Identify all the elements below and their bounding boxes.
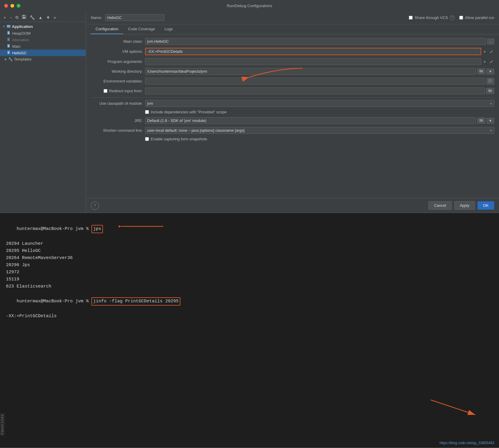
svg-line-27: [431, 400, 475, 415]
svg-rect-22: [479, 119, 481, 120]
shorten-cmd-dropdown-wrapper: user-local default: none – java [options…: [145, 127, 494, 134]
sidebar-item-templates[interactable]: ▶ 🔧 Templates: [0, 56, 86, 62]
sidebar-item-heapoom[interactable]: A HeapOOM: [0, 30, 86, 36]
tab-configuration[interactable]: Configuration: [91, 24, 123, 34]
heapoom-label: HeapOOM: [12, 31, 31, 36]
allocation-icon: A: [7, 37, 11, 42]
main-class-browse-button[interactable]: ...: [487, 39, 494, 45]
env-vars-edit-button[interactable]: [486, 78, 494, 85]
allocation-label: Allocation: [12, 38, 29, 42]
remove-config-button[interactable]: −: [8, 15, 13, 20]
terminal-line-3: 20295 HelloGC: [6, 247, 493, 255]
tab-logs[interactable]: Logs: [160, 24, 177, 34]
share-vcs-checkbox[interactable]: [409, 16, 413, 20]
program-args-input-group: + ⤢: [145, 58, 494, 65]
svg-rect-19: [488, 90, 492, 92]
vm-options-label: VM options:: [91, 49, 143, 54]
minimize-button[interactable]: [10, 4, 14, 8]
sidebar: + − ⧉ 🔧 ▲ ▼ » ▼ Application A HeapOOM: [0, 11, 86, 213]
save-config-button[interactable]: [21, 14, 27, 20]
tab-code-coverage[interactable]: Code Coverage: [123, 24, 160, 34]
main-icon: A: [7, 44, 11, 49]
sidebar-item-hellogc[interactable]: A HelloGC: [0, 50, 86, 56]
working-dir-label: Working directory:: [91, 69, 143, 74]
enable-form-label[interactable]: Enable capturing form snapshots: [145, 137, 207, 141]
name-input[interactable]: [105, 14, 164, 21]
templates-arrow-icon: ▶: [5, 58, 7, 61]
redirect-checkbox[interactable]: [104, 89, 107, 93]
include-deps-checkbox[interactable]: [145, 110, 149, 114]
terminal-line-8: 623 Elasticsearch: [6, 283, 493, 290]
shorten-cmd-dropdown[interactable]: user-local default: none – java [options…: [145, 127, 494, 134]
enable-form-checkbox[interactable]: [145, 137, 149, 141]
jre-row: JRE: Default (1.8 - SDK of 'jvm' module)…: [91, 117, 494, 124]
sidebar-toolbar: + − ⧉ 🔧 ▲ ▼ »: [0, 13, 86, 22]
allow-parallel-checkbox[interactable]: [459, 16, 463, 20]
name-row: Name: Share through VCS ? Allow parallel…: [86, 11, 499, 24]
share-vcs-help-icon[interactable]: ?: [450, 15, 454, 20]
svg-text:A: A: [8, 32, 9, 34]
jre-dropdown[interactable]: Default (1.8 - SDK of 'jvm' module): [145, 117, 476, 124]
jre-input-group: Default (1.8 - SDK of 'jvm' module) ▼: [145, 117, 494, 124]
move-up-button[interactable]: ▲: [37, 15, 44, 20]
terminal: Z: Structure huntermax@MacBook-Pro jvm %…: [0, 213, 499, 447]
apply-button[interactable]: Apply: [454, 201, 475, 210]
working-dir-browse-button[interactable]: [477, 68, 485, 74]
jre-dropdown-wrapper: Default (1.8 - SDK of 'jvm' module): [145, 117, 476, 124]
include-deps-label[interactable]: Include dependencies with "Provided" sco…: [145, 110, 227, 114]
redirect-input-group: [145, 88, 494, 94]
sidebar-item-allocation[interactable]: A Allocation: [0, 36, 86, 43]
help-button[interactable]: ?: [91, 201, 99, 210]
name-label: Name:: [91, 15, 102, 20]
maximize-button[interactable]: [17, 4, 20, 8]
env-vars-input-group: [145, 78, 494, 85]
enable-form-row: Enable capturing form snapshots: [91, 137, 494, 141]
hellogc-icon: A: [7, 50, 11, 55]
redirect-input[interactable]: [145, 88, 485, 94]
working-dir-input[interactable]: [145, 68, 476, 75]
jre-browse-button[interactable]: [477, 117, 485, 124]
terminal-line-2: 20294 Launcher: [6, 240, 493, 247]
env-vars-input[interactable]: [145, 78, 485, 85]
jre-dropdown-button[interactable]: ▼: [487, 118, 494, 124]
vm-options-row: VM options: + ⤢: [91, 48, 494, 55]
cancel-button[interactable]: Cancel: [428, 201, 452, 210]
vm-options-open-button[interactable]: ⤢: [488, 49, 494, 55]
arrow-jinfo: [428, 394, 481, 418]
more-button[interactable]: »: [53, 15, 57, 20]
application-folder-icon: [7, 24, 11, 29]
redirect-browse-button[interactable]: [486, 88, 494, 94]
main-label: Main: [12, 44, 20, 49]
hellogc-label: HelloGC: [12, 51, 27, 55]
sidebar-item-main[interactable]: A Main: [0, 43, 86, 50]
vm-options-expand-button[interactable]: +: [482, 49, 487, 55]
working-dir-dropdown-button[interactable]: ▼: [487, 69, 494, 74]
vm-options-input-group: + ⤢: [145, 48, 494, 55]
program-args-expand-button[interactable]: +: [482, 59, 487, 65]
env-vars-label: Environment variables:: [91, 79, 143, 83]
templates-label: Templates: [14, 57, 31, 61]
tabs: Configuration Code Coverage Logs: [86, 24, 499, 34]
right-panel: Name: Share through VCS ? Allow parallel…: [86, 11, 499, 213]
classpath-dropdown[interactable]: jvm: [145, 100, 494, 107]
ok-button[interactable]: OK: [477, 201, 494, 210]
program-args-input[interactable]: [145, 58, 481, 65]
working-dir-input-group: ▼: [145, 68, 494, 75]
window-title: Run/Debug Configurations: [227, 4, 272, 8]
terminal-line-10: -XX:+PrintGCDetails: [6, 313, 493, 320]
svg-rect-1: [23, 15, 25, 16]
program-args-open-button[interactable]: ⤢: [488, 59, 494, 65]
copy-config-button[interactable]: ⧉: [14, 14, 20, 20]
terminal-line-7: 15119: [6, 276, 493, 283]
add-config-button[interactable]: +: [2, 15, 7, 20]
sidebar-item-application[interactable]: ▼ Application: [0, 23, 86, 30]
main-class-input[interactable]: [145, 38, 486, 45]
titlebar: Run/Debug Configurations: [0, 0, 499, 11]
wrench-config-button[interactable]: 🔧: [28, 15, 36, 20]
program-args-label: Program arguments:: [91, 59, 143, 64]
move-down-button[interactable]: ▼: [45, 15, 51, 20]
close-button[interactable]: [4, 4, 8, 8]
window-controls: [4, 4, 20, 8]
terminal-prompt-2: huntermax@MacBook-Pro jvm %: [17, 299, 91, 304]
vm-options-input[interactable]: [145, 48, 481, 55]
